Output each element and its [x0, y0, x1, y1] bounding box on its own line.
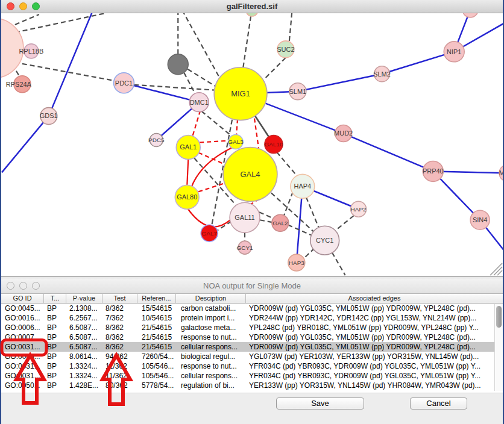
graph-edge[interactable] [2, 116, 49, 173]
column-header-test[interactable]: Test [102, 294, 137, 303]
graph-edge[interactable] [306, 197, 319, 228]
resize-grip-icon[interactable] [494, 267, 502, 275]
table-cell: 1.3324... [66, 371, 102, 381]
graph-node-SLM2[interactable]: SLM2 [373, 66, 391, 82]
scrollbar-thumb[interactable] [496, 306, 502, 328]
graph-node-PRP40[interactable]: PRP40 [423, 161, 444, 181]
network-canvas[interactable]: RPL18BRPS24AGDS1PDC1MIG1SUC2SLM1DMC1NIP1… [1, 13, 503, 277]
table-row[interactable]: GO:0016...BP6.2567...7/36210/54615protei… [1, 313, 503, 323]
cancel-button[interactable]: Cancel [410, 398, 467, 410]
graph-edge[interactable] [289, 13, 292, 41]
graph-node-top-right-node[interactable] [462, 13, 478, 17]
close-light-icon[interactable] [7, 2, 14, 10]
graph-edge[interactable] [15, 13, 106, 33]
graph-node-NIP1[interactable]: NIP1 [444, 42, 464, 62]
graph-node-GAL1[interactable]: GAL1 [176, 136, 200, 160]
graph-edge[interactable] [264, 58, 286, 80]
graph-edge[interactable] [277, 152, 298, 176]
column-header-pvalue[interactable]: P-value [66, 294, 102, 303]
table-cell: 10/54615 [137, 313, 176, 323]
graph-edge[interactable] [22, 64, 114, 81]
column-header-t[interactable]: T... [44, 294, 66, 303]
graph-node-GAL3[interactable]: GAL3 [228, 135, 244, 149]
graph-node-dark-gray-node[interactable] [168, 54, 188, 75]
graph-node-MIG1[interactable]: MIG1 [214, 67, 267, 120]
graph-node-MUD2[interactable]: MUD2 [334, 125, 353, 142]
graph-node-SLM1[interactable]: SLM1 [289, 83, 306, 100]
table-cell: protein import i... [176, 313, 246, 323]
graph-node-HAP3[interactable]: HAP3 [288, 254, 305, 271]
noa-titlebar[interactable]: NOA output for Single Mode [1, 278, 503, 294]
table-row[interactable]: GO:0031...BP1.3324...11/362105/546...cel… [1, 371, 503, 381]
graph-edge[interactable] [49, 13, 93, 116]
table-cell: 8.0614... [66, 352, 102, 361]
graph-node-CYC1[interactable]: CYC1 [310, 226, 339, 255]
graph-node-GAL7[interactable]: GAL7 [201, 225, 218, 242]
table-cell: 105/546... [137, 371, 176, 381]
table-row[interactable]: GO:0050...BP1.428E...80/3625778/54...reg… [1, 381, 503, 390]
table-cell: 6.2567... [66, 313, 102, 323]
close-light-icon[interactable] [7, 282, 14, 290]
column-header-referen[interactable]: Referen... [137, 294, 176, 303]
table-row[interactable]: GO:0045...BP2.1308...8/36215/54615carbon… [1, 304, 503, 313]
graph-edge[interactable] [187, 159, 188, 186]
zoom-light-icon[interactable] [32, 282, 40, 290]
graph-edge[interactable] [254, 119, 259, 148]
table-cell: 11/362 [102, 371, 137, 381]
graph-edge[interactable] [187, 69, 216, 87]
table-row-selected[interactable]: GO:0031...BP6.5087...8/36221/54615cellul… [1, 342, 503, 352]
zoom-light-icon[interactable] [32, 2, 40, 10]
column-header-goid[interactable]: GO ID [1, 294, 44, 303]
network-titlebar[interactable]: galFiltered.sif [1, 0, 503, 13]
table-cell: BP [44, 304, 66, 313]
graph-node-SIN4[interactable]: SIN4 [470, 210, 490, 229]
graph-edge[interactable] [124, 83, 199, 102]
graph-node-HAP2[interactable]: HAP2 [351, 201, 367, 217]
graph-edge[interactable] [187, 208, 230, 226]
column-header-associatededges[interactable]: Associated edges [246, 294, 503, 303]
graph-node-GAL4[interactable]: GAL4 [223, 147, 277, 201]
table-row[interactable]: GO:0006...BP6.5087...8/36221/54615galact… [1, 323, 503, 332]
graph-edge[interactable] [243, 13, 252, 69]
table-cell: 8/362 [102, 323, 137, 332]
graph-edge[interactable] [344, 134, 433, 172]
graph-node-big-pink-node[interactable] [1, 18, 24, 78]
graph-node-GCY1[interactable]: GCY1 [236, 241, 253, 254]
table-row[interactable]: GO:0031...BP1.3324...11/362105/546...res… [1, 361, 503, 371]
graph-node-GAL10[interactable]: GAL10 [264, 136, 283, 154]
graph-node-GAL80[interactable]: GAL80 [175, 185, 199, 209]
graph-edge[interactable] [332, 252, 345, 275]
minimize-light-icon[interactable] [19, 282, 27, 290]
graph-node-SUC2[interactable]: SUC2 [277, 41, 294, 58]
graph-node-PDC1[interactable]: PDC1 [114, 73, 134, 93]
minimize-light-icon[interactable] [19, 2, 27, 10]
graph-edge[interactable] [182, 13, 223, 84]
table-cell: BP [44, 342, 66, 352]
table-cell: YGL073W (pd) YER103W, YER133W (pp) YOR31… [246, 352, 503, 361]
vertical-scrollbar[interactable] [494, 304, 503, 391]
graph-node-HAP4[interactable]: HAP4 [291, 174, 315, 198]
column-header-desciption[interactable]: Desciption [176, 294, 246, 303]
table-row[interactable]: GO:0065...BP8.0614...94/3627260/54...bio… [1, 352, 503, 361]
graph-node-top-green-node[interactable] [246, 13, 258, 16]
graph-edge[interactable] [184, 73, 195, 93]
graph-edge[interactable] [304, 248, 315, 258]
graph-node-GDS1[interactable]: GDS1 [40, 108, 58, 125]
save-button[interactable]: Save [276, 398, 364, 410]
graph-edge[interactable] [200, 141, 228, 143]
table-cell: GO:0065... [1, 352, 44, 361]
graph-edge[interactable] [260, 220, 272, 222]
table-row[interactable]: GO:0007...BP6.5087...8/36221/54615respon… [1, 332, 503, 342]
graph-edge[interactable] [198, 152, 225, 164]
graph-node-DMC1[interactable]: DMC1 [189, 93, 209, 112]
table-cell: BP [44, 313, 66, 323]
graph-edge[interactable] [236, 119, 238, 136]
graph-edge[interactable] [298, 74, 382, 92]
graph-node-RPS24A[interactable]: RPS24A [6, 76, 32, 93]
graph-edge[interactable] [335, 216, 354, 231]
graph-node-MSL1[interactable]: MSL1 [499, 164, 503, 181]
graph-edge[interactable] [382, 52, 455, 74]
graph-edge[interactable] [192, 111, 200, 137]
graph-node-GAL11[interactable]: GAL11 [230, 202, 260, 232]
graph-node-GAL2[interactable]: GAL2 [272, 214, 289, 231]
